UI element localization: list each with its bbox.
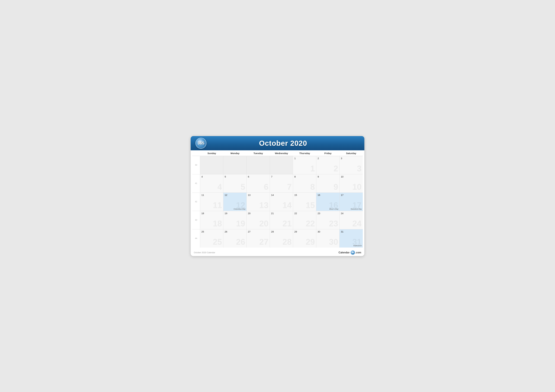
day-cell-31: 3131Halloween (340, 229, 363, 248)
day-number: 22 (294, 212, 315, 215)
day-number: 2 (318, 157, 338, 160)
day-cell-16: 1616Boss's Day (316, 193, 340, 211)
day-number: 7 (271, 175, 292, 178)
week-num-header-spacer (192, 150, 200, 156)
day-watermark: 10 (352, 183, 362, 191)
day-watermark: 23 (329, 219, 338, 228)
day-number: 26 (225, 230, 245, 233)
day-cell-18: 1818 (200, 211, 223, 229)
day-cell-17: 1717Sweetest Day (340, 193, 363, 211)
dow-monday: Monday (223, 150, 247, 156)
week-number-42: 42 (192, 193, 200, 211)
day-cell-23: 2323 (316, 211, 340, 229)
week-number-40: 40 (192, 156, 200, 174)
day-cell-9: 99 (316, 174, 340, 192)
day-number: 28 (271, 230, 292, 233)
day-watermark: 20 (259, 219, 269, 228)
dow-thursday: Thursday (293, 150, 316, 156)
day-number: 20 (248, 212, 269, 215)
day-watermark: 8 (310, 183, 315, 191)
holiday-label: Sweetest Day (351, 208, 362, 210)
day-watermark: 28 (283, 238, 292, 246)
calendar-header: 365 October 2020 (191, 136, 364, 150)
day-watermark: 21 (283, 219, 292, 228)
day-number: 13 (248, 194, 269, 196)
dow-sunday: Sunday (200, 150, 223, 156)
week-number-41: 41 (192, 174, 200, 192)
calendar-body: Sunday Monday Tuesday Wednesday Thursday… (191, 150, 364, 249)
day-watermark: 27 (259, 238, 269, 246)
dow-tuesday: Tuesday (247, 150, 270, 156)
day-number: 11 (201, 194, 222, 196)
dow-saturday: Saturday (340, 150, 363, 156)
day-watermark: 25 (213, 238, 222, 246)
day-cell-19: 1919 (223, 211, 247, 229)
day-watermark: 4 (217, 183, 222, 191)
day-watermark: 24 (352, 219, 362, 228)
day-number: 10 (341, 175, 362, 178)
day-number: 15 (294, 194, 315, 196)
day-number: 8 (294, 175, 315, 178)
day-cell-11: 1111 (200, 193, 223, 211)
footer-right: Calendar- 365 .com (339, 250, 361, 255)
day-number: 1 (294, 157, 315, 160)
holiday-label: Boss's Day (329, 208, 338, 210)
day-cell-empty-0-2 (247, 156, 270, 174)
day-cell-26: 2626 (223, 229, 247, 248)
day-cell-empty-0-3 (270, 156, 293, 174)
day-number: 4 (201, 175, 222, 178)
day-watermark: 30 (329, 238, 338, 246)
day-watermark: 15 (306, 201, 315, 209)
day-cell-13: 1313 (247, 193, 270, 211)
day-cell-29: 2929 (293, 229, 316, 248)
day-watermark: 29 (306, 238, 315, 246)
week-number-44: 44 (192, 229, 200, 248)
day-cell-7: 77 (270, 174, 293, 192)
day-cell-2: 22 (316, 156, 340, 174)
day-cell-10: 1010 (340, 174, 363, 192)
calendar-grid: 401122334144556677889910104211111212Colu… (192, 156, 363, 248)
day-watermark: 6 (264, 183, 269, 191)
calendar-container: 365 October 2020 Sunday Monday Tuesday W… (190, 136, 365, 256)
day-number: 30 (318, 230, 338, 233)
calendar-title: October 2020 (206, 139, 360, 148)
footer-brand-pre: Calendar- (339, 251, 350, 254)
day-number: 21 (271, 212, 292, 215)
day-number: 5 (225, 175, 245, 178)
day-cell-8: 88 (293, 174, 316, 192)
day-number: 12 (225, 194, 245, 196)
day-cell-30: 3030 (316, 229, 340, 248)
day-watermark: 18 (213, 219, 222, 228)
day-cell-22: 2222 (293, 211, 316, 229)
day-watermark: 5 (241, 183, 245, 191)
footer-left-text: October 2020 Calendar (194, 251, 215, 254)
day-watermark: 14 (283, 201, 292, 209)
holiday-label: Columbus Day (234, 208, 245, 210)
dow-friday: Friday (316, 150, 340, 156)
day-cell-25: 2525 (200, 229, 223, 248)
logo-text: 365 (197, 141, 204, 146)
day-number: 6 (248, 175, 269, 178)
day-number: 25 (201, 230, 222, 233)
day-watermark: 9 (334, 183, 338, 191)
day-cell-5: 55 (223, 174, 247, 192)
day-number: 29 (294, 230, 315, 233)
day-watermark: 7 (287, 183, 292, 191)
day-number: 9 (318, 175, 338, 178)
day-number: 23 (318, 212, 338, 215)
calendar-week-43: 431818191920202121222223232424 (192, 211, 363, 229)
day-watermark: 2 (334, 164, 338, 173)
day-cell-28: 2828 (270, 229, 293, 248)
day-cell-14: 1414 (270, 193, 293, 211)
week-number-43: 43 (192, 211, 200, 229)
day-cell-1: 11 (293, 156, 316, 174)
day-number: 19 (225, 212, 245, 215)
day-number: 24 (341, 212, 362, 215)
day-cell-24: 2424 (340, 211, 363, 229)
day-cell-12: 1212Columbus Day (223, 193, 247, 211)
day-cell-27: 2727 (247, 229, 270, 248)
day-watermark: 26 (236, 238, 245, 246)
day-watermark: 22 (306, 219, 315, 228)
footer-brand-post: .com (355, 251, 361, 254)
day-watermark: 1 (310, 164, 315, 173)
